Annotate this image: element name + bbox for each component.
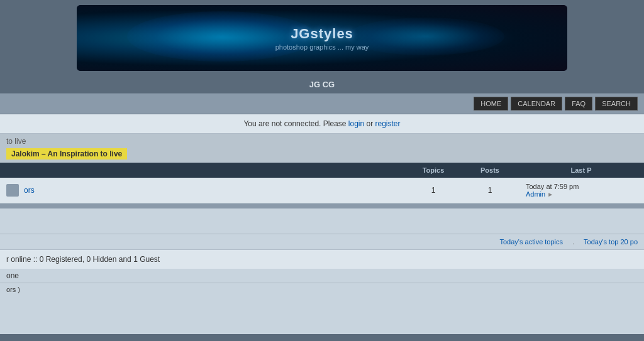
section-header: Topics Posts Last P xyxy=(0,163,644,178)
topics-count: 1 xyxy=(405,181,462,200)
active-topics-link[interactable]: Today's active topics xyxy=(500,238,564,246)
forum-name-link[interactable]: ors xyxy=(24,186,35,195)
section-header-right: Topics Posts Last P xyxy=(405,163,644,178)
site-title-bar: JG CG xyxy=(0,76,644,93)
site-title: JG CG xyxy=(309,80,335,89)
stats-bar: Today's active topics . Today's top 20 p… xyxy=(0,234,644,249)
section-header-left xyxy=(0,166,405,174)
stats-separator: . xyxy=(572,238,574,246)
banner-title: JGstyles xyxy=(275,26,369,42)
last-post-info: Today at 7:59 pm Admin ► xyxy=(518,178,644,203)
forum-row: ors 1 1 Today at 7:59 pm Admin ► xyxy=(0,178,644,203)
online-text: r online :: 0 Registered, 0 Hidden and 1… xyxy=(6,255,638,264)
topics-col-header: Topics xyxy=(405,163,462,178)
nav-calendar-button[interactable]: CALENDAR xyxy=(511,97,562,111)
forum-row-left: ors xyxy=(0,179,405,202)
posts-col-header: Posts xyxy=(462,163,518,178)
bottom-row: ors ) xyxy=(0,283,644,296)
login-link[interactable]: login xyxy=(348,119,364,128)
nav-bar: HOME CALENDAR FAQ SEARCH xyxy=(0,93,644,114)
banner-subtitle: photoshop graphics ... my way xyxy=(275,43,369,51)
banner-text: JGstyles photoshop graphics ... my way xyxy=(275,26,369,51)
online-none: one xyxy=(0,269,644,283)
nav-home-button[interactable]: HOME xyxy=(474,97,508,111)
online-section: r online :: 0 Registered, 0 Hidden and 1… xyxy=(0,249,644,269)
bottom-label: ors ) xyxy=(6,286,20,293)
not-connected-text: You are not connected. Please xyxy=(243,119,348,128)
nav-faq-button[interactable]: FAQ xyxy=(565,97,592,111)
online-count-text: r online :: 0 Registered, 0 Hidden and 1… xyxy=(6,255,160,264)
forum-icon xyxy=(6,184,19,197)
header-banner: JGstyles photoshop graphics ... my way xyxy=(77,5,567,71)
spacer-row xyxy=(0,203,644,208)
posts-count: 1 xyxy=(462,181,518,200)
forum-highlight: Jalokim – An Inspiration to live xyxy=(6,148,127,160)
none-label: one xyxy=(6,271,19,280)
main-content: You are not connected. Please login or r… xyxy=(0,114,644,334)
last-post-author: Admin xyxy=(526,190,545,198)
nav-search-button[interactable]: SEARCH xyxy=(595,97,638,111)
post-link-icon: ► xyxy=(547,191,553,198)
top-posts-link[interactable]: Today's top 20 po xyxy=(584,238,638,246)
forum-title-section: to live Jalokim – An Inspiration to live xyxy=(0,134,644,163)
last-post-author-link[interactable]: Admin xyxy=(526,190,547,198)
last-post-col-header: Last P xyxy=(518,163,644,178)
or-text: or xyxy=(364,119,375,128)
to-live-label: to live xyxy=(6,137,638,146)
empty-section xyxy=(0,208,644,234)
register-link[interactable]: register xyxy=(375,119,401,128)
banner-glow-right xyxy=(347,18,504,55)
login-notice: You are not connected. Please login or r… xyxy=(0,114,644,134)
last-post-time: Today at 7:59 pm xyxy=(526,183,579,190)
